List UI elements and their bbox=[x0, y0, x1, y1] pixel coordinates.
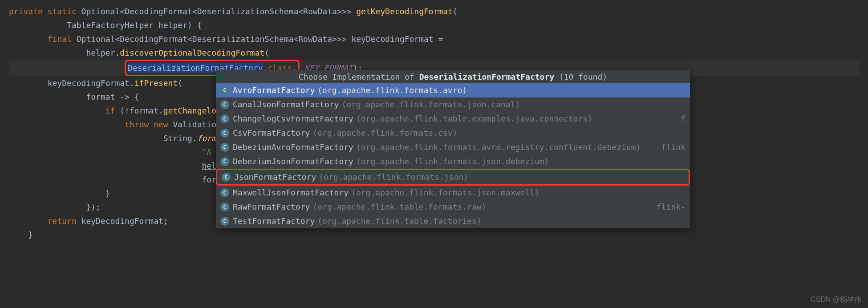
popup-item-avro[interactable]: C AvroFormatFactory (org.apache.flink.fo… bbox=[216, 83, 690, 97]
class-icon: C bbox=[220, 100, 229, 109]
class-icon: C bbox=[220, 203, 229, 211]
module-hint: flink bbox=[661, 142, 685, 153]
class-icon: C bbox=[220, 129, 229, 138]
watermark: CSDN @杨林伟 bbox=[811, 295, 861, 304]
class-icon: C bbox=[220, 86, 229, 95]
class-icon: C bbox=[220, 217, 229, 226]
implementation-chooser-popup: Choose Implementation of Deserialization… bbox=[216, 70, 690, 228]
code-line: TableFactoryHelper helper) { bbox=[9, 18, 859, 32]
module-hint: flink- bbox=[657, 202, 685, 212]
class-icon: C bbox=[220, 157, 229, 166]
class-icon: C bbox=[222, 173, 231, 182]
code-line: final Optional<DecodingFormat<Deserializ… bbox=[9, 32, 859, 46]
popup-item-canaljson[interactable]: C CanalJsonFormatFactory (org.apache.fli… bbox=[216, 97, 690, 112]
module-hint: f bbox=[681, 113, 685, 124]
popup-item-maxwelljson[interactable]: C MaxwellJsonFormatFactory (org.apache.f… bbox=[216, 186, 690, 200]
code-line: helper.discoverOptionalDecodingFormat( bbox=[9, 46, 859, 60]
popup-item-debeziumavro[interactable]: C DebeziumAvroFormatFactory (org.apache.… bbox=[216, 140, 690, 154]
popup-item-test[interactable]: C TestFormatFactory (org.apache.flink.ta… bbox=[216, 214, 690, 228]
popup-item-json-highlighted[interactable]: C JsonFormatFactory (org.apache.flink.fo… bbox=[216, 169, 690, 186]
class-icon: C bbox=[220, 143, 229, 152]
popup-list: C AvroFormatFactory (org.apache.flink.fo… bbox=[216, 83, 690, 228]
class-icon: C bbox=[220, 114, 229, 123]
popup-item-changelogcsv[interactable]: C ChangelogCsvFormatFactory (org.apache.… bbox=[216, 112, 690, 126]
popup-item-debeziumjson[interactable]: C DebeziumJsonFormatFactory (org.apache.… bbox=[216, 154, 690, 169]
popup-item-raw[interactable]: C RawFormatFactory (org.apache.flink.tab… bbox=[216, 200, 690, 214]
class-icon: C bbox=[220, 188, 229, 197]
popup-item-csv[interactable]: C CsvFormatFactory (org.apache.flink.for… bbox=[216, 126, 690, 140]
code-line: private static Optional<DecodingFormat<D… bbox=[9, 4, 859, 18]
code-line: } bbox=[9, 228, 859, 242]
popup-header: Choose Implementation of Deserialization… bbox=[216, 70, 690, 83]
